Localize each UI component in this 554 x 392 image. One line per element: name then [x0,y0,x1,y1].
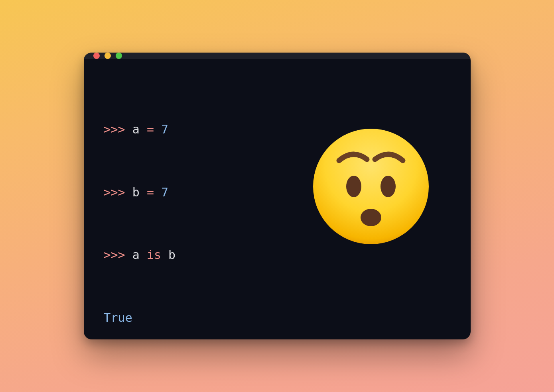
svg-point-0 [313,129,429,244]
terminal-body: >>> a = 7 >>> b = 7 >>> a is b True >>> … [84,59,471,339]
operator: = [147,122,154,136]
code-line: >>> a is b [104,245,451,266]
hushed-face-icon [311,127,431,246]
svg-point-1 [346,176,361,197]
keyword: is [147,248,161,262]
output-line: True [104,308,451,329]
number-literal: 7 [161,122,168,136]
svg-point-3 [361,209,381,226]
repl-prompt: >>> [104,248,125,262]
bool-literal: True [104,311,132,325]
terminal-window: >>> a = 7 >>> b = 7 >>> a is b True >>> … [84,53,471,339]
operator: = [147,185,154,199]
repl-prompt: >>> [104,185,125,199]
identifier: b [168,248,175,262]
identifier: a [132,248,140,262]
window-titlebar [84,53,471,59]
close-icon[interactable] [93,53,100,59]
svg-point-2 [381,176,396,197]
minimize-icon[interactable] [104,53,111,59]
zoom-icon[interactable] [116,53,122,59]
identifier: a [132,122,140,136]
number-literal: 7 [161,185,168,199]
repl-prompt: >>> [104,122,125,136]
identifier: b [132,185,140,199]
